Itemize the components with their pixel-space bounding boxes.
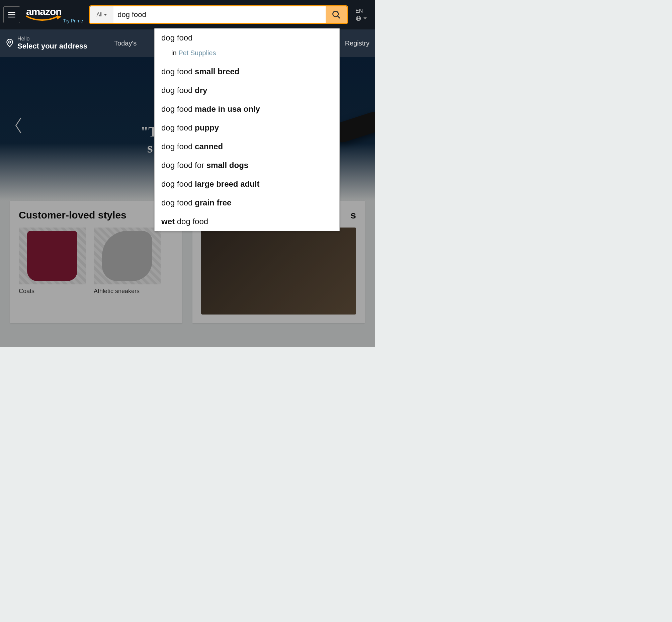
location-pin-icon — [5, 38, 14, 48]
select-address-label: Select your address — [18, 42, 87, 50]
language-label: EN — [356, 8, 363, 14]
tile-label: Athletic sneakers — [94, 288, 161, 295]
suggestion-item[interactable]: wet dog food — [155, 212, 339, 231]
tile-label: Coats — [19, 288, 86, 295]
logo-area[interactable]: amazon Try Prime — [23, 6, 86, 24]
search-input[interactable] — [113, 6, 326, 23]
suggestion-category-name: Pet Supplies — [178, 49, 216, 57]
try-prime-link[interactable]: Try Prime — [63, 18, 83, 24]
tile-image — [19, 228, 86, 284]
search-bar: All — [89, 5, 348, 24]
suggestion-item[interactable]: dog food grain free — [155, 194, 339, 212]
suggestion-item[interactable]: dog food — [155, 28, 339, 47]
globe-icon — [356, 15, 362, 22]
svg-point-3 — [333, 11, 338, 17]
tile-coats[interactable]: Coats — [19, 228, 86, 295]
search-suggestions: dog food in Pet Supplies dog food small … — [154, 28, 340, 231]
nav-todays-deals[interactable]: Today's — [114, 39, 137, 47]
suggestion-item[interactable]: dog food canned — [155, 137, 339, 156]
suggestion-item[interactable]: dog food dry — [155, 81, 339, 100]
menu-button[interactable] — [3, 6, 20, 23]
suggestion-item[interactable]: dog food puppy — [155, 118, 339, 137]
suggestion-item[interactable]: dog food for small dogs — [155, 156, 339, 175]
search-department-label: All — [96, 12, 102, 18]
nav-registry[interactable]: Registry — [345, 39, 369, 47]
hamburger-icon — [7, 10, 16, 20]
suggestion-item[interactable]: dog food small breed — [155, 62, 339, 81]
suggestion-item[interactable]: dog food large breed adult — [155, 175, 339, 194]
language-selector[interactable]: EN — [351, 8, 371, 22]
svg-line-4 — [338, 16, 340, 19]
search-icon — [332, 10, 341, 20]
suggestion-in-label: in — [171, 49, 178, 57]
suggestion-text: dog food — [161, 33, 193, 42]
search-button[interactable] — [326, 6, 347, 23]
card-image — [201, 228, 356, 314]
tile-athletic-sneakers[interactable]: Athletic sneakers — [94, 228, 161, 295]
suggestion-item[interactable]: dog food made in usa only — [155, 100, 339, 118]
tile-image — [94, 228, 161, 284]
search-wrap: All — [89, 5, 348, 24]
hello-label: Hello — [18, 36, 87, 42]
deliver-to-text: Hello Select your address — [18, 36, 87, 50]
carousel-prev-button[interactable] — [13, 117, 24, 135]
deliver-to[interactable]: Hello Select your address — [5, 36, 87, 50]
chevron-left-icon — [13, 117, 24, 134]
amazon-smile-icon — [26, 15, 66, 21]
top-navbar: amazon Try Prime All EN — [0, 0, 375, 29]
card-tiles: Coats Athletic sneakers — [19, 228, 174, 295]
search-department-dropdown[interactable]: All — [90, 6, 113, 23]
card-title: Customer-loved styles — [19, 209, 174, 221]
svg-point-8 — [9, 41, 11, 43]
suggestion-category[interactable]: in Pet Supplies — [155, 47, 339, 62]
